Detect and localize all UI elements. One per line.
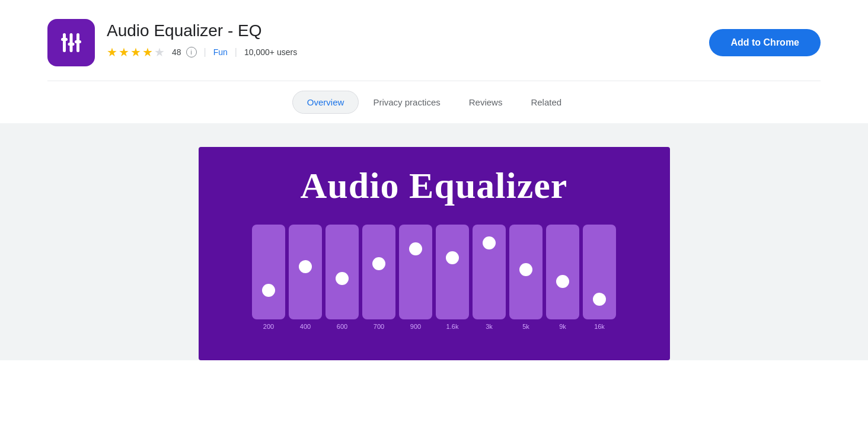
- star-4: ★: [142, 45, 153, 59]
- nav-tabs: Overview Privacy practices Reviews Relat…: [0, 81, 868, 123]
- equalizer-icon: [57, 28, 85, 57]
- eq-knob-700: [372, 257, 385, 270]
- star-rating: ★ ★ ★ ★ ★: [107, 45, 165, 59]
- eq-track-900: [399, 225, 432, 319]
- eq-knob-1.6k: [446, 251, 459, 264]
- eq-track-5k: [509, 225, 542, 319]
- eq-band-700: 700: [362, 225, 395, 330]
- eq-label-200: 200: [263, 323, 274, 330]
- eq-band-3k: 3k: [473, 225, 506, 330]
- eq-knob-600: [336, 272, 349, 285]
- star-3: ★: [130, 45, 141, 59]
- eq-label-9k: 9k: [559, 323, 566, 330]
- add-to-chrome-button[interactable]: Add to Chrome: [709, 29, 821, 56]
- svg-rect-4: [68, 43, 75, 46]
- star-1: ★: [107, 45, 117, 59]
- eq-knob-16k: [593, 293, 606, 306]
- eq-knob-3k: [483, 236, 496, 249]
- eq-label-900: 900: [410, 323, 421, 330]
- eq-track-3k: [473, 225, 506, 319]
- eq-band-16k: 16k: [583, 225, 616, 330]
- app-meta: ★ ★ ★ ★ ★ 48 i | Fun | 10,000+ users: [107, 45, 297, 59]
- eq-knob-900: [409, 242, 422, 255]
- equalizer-display: 2004006007009001.6k3k5k9k16k: [240, 225, 628, 330]
- divider-2: |: [235, 47, 237, 57]
- app-title: Audio Equalizer - EQ: [107, 21, 297, 40]
- eq-label-3k: 3k: [486, 323, 493, 330]
- tab-privacy[interactable]: Privacy practices: [359, 91, 454, 113]
- eq-knob-200: [262, 284, 275, 297]
- rating-count: 48: [172, 47, 181, 57]
- eq-band-600: 600: [326, 225, 359, 330]
- svg-rect-5: [75, 40, 81, 43]
- preview-image: Audio Equalizer 2004006007009001.6k3k5k9…: [199, 147, 670, 360]
- preview-title: Audio Equalizer: [301, 165, 568, 207]
- app-info: Audio Equalizer - EQ ★ ★ ★ ★ ★ 48 i | Fu…: [107, 19, 297, 59]
- eq-track-1.6k: [436, 225, 469, 319]
- eq-band-200: 200: [252, 225, 285, 330]
- eq-track-600: [326, 225, 359, 319]
- eq-label-5k: 5k: [522, 323, 529, 330]
- star-5: ★: [154, 45, 165, 59]
- eq-band-9k: 9k: [546, 225, 579, 330]
- eq-label-1.6k: 1.6k: [446, 323, 459, 330]
- eq-track-9k: [546, 225, 579, 319]
- eq-track-700: [362, 225, 395, 319]
- divider-1: |: [204, 47, 206, 57]
- header-section: Audio Equalizer - EQ ★ ★ ★ ★ ★ 48 i | Fu…: [0, 0, 868, 81]
- eq-track-400: [289, 225, 322, 319]
- eq-track-200: [252, 225, 285, 319]
- rating-info-icon[interactable]: i: [186, 47, 197, 57]
- star-2: ★: [119, 45, 129, 59]
- eq-track-16k: [583, 225, 616, 319]
- eq-knob-9k: [556, 275, 569, 288]
- eq-knob-5k: [519, 263, 532, 276]
- eq-label-600: 600: [337, 323, 347, 330]
- users-count: 10,000+ users: [244, 47, 297, 57]
- tab-reviews[interactable]: Reviews: [455, 91, 517, 113]
- svg-rect-3: [61, 38, 68, 41]
- tab-related[interactable]: Related: [516, 91, 576, 113]
- tab-overview[interactable]: Overview: [292, 91, 359, 114]
- eq-knob-400: [299, 260, 312, 273]
- eq-label-700: 700: [374, 323, 384, 330]
- category-link[interactable]: Fun: [213, 47, 228, 57]
- eq-band-5k: 5k: [509, 225, 542, 330]
- eq-band-400: 400: [289, 225, 322, 330]
- content-area: Audio Equalizer 2004006007009001.6k3k5k9…: [0, 123, 868, 360]
- eq-band-1.6k: 1.6k: [436, 225, 469, 330]
- svg-rect-0: [63, 33, 66, 52]
- app-header-left: Audio Equalizer - EQ ★ ★ ★ ★ ★ 48 i | Fu…: [47, 19, 297, 66]
- eq-label-16k: 16k: [594, 323, 605, 330]
- eq-band-900: 900: [399, 225, 432, 330]
- eq-label-400: 400: [300, 323, 311, 330]
- app-icon: [47, 19, 95, 66]
